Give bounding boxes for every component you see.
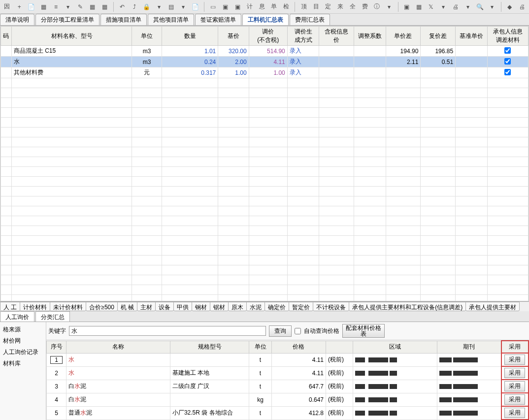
toolbar-icon[interactable]: 𝕏 xyxy=(426,1,436,12)
adopt-button[interactable]: 采用 xyxy=(504,355,525,365)
result-row[interactable]: 2水基建施工 本地t4.11(税前) 采用 xyxy=(47,366,529,380)
result-row[interactable]: 4白水泥kg0.647(税前) 采用 xyxy=(47,393,529,406)
toolbar-icon[interactable]: ▾ xyxy=(384,1,395,12)
toolbar-icon[interactable]: 🖨 xyxy=(517,1,527,12)
toolbar-icon[interactable]: + xyxy=(14,1,25,12)
keyword-input[interactable] xyxy=(69,326,266,336)
adopt-button[interactable]: 采用 xyxy=(504,394,525,405)
toolbar-icon[interactable]: 📄 xyxy=(27,1,37,12)
result-header[interactable]: 名称 xyxy=(66,341,170,353)
result-header[interactable]: 期刊 xyxy=(437,341,501,353)
column-header[interactable]: 材料名称、型号 xyxy=(11,27,132,46)
filter-tab[interactable]: 水泥 xyxy=(246,302,265,311)
filter-tab[interactable]: 原木 xyxy=(228,302,247,311)
toolbar-icon[interactable]: ▦ xyxy=(38,1,49,12)
column-header[interactable]: 调整系数 xyxy=(354,27,386,46)
tab[interactable]: 分部分项工程量清单 xyxy=(35,14,99,25)
adopt-button[interactable]: 采用 xyxy=(504,381,525,391)
toolbar-icon[interactable]: ▾ xyxy=(487,1,497,12)
toolbar-icon[interactable]: ⓘ xyxy=(372,1,382,12)
result-row[interactable]: 5普通水泥小厂32.5R 袋 各地综合t412.8(税前) 采用 xyxy=(47,406,529,420)
sub-tab[interactable]: 分类汇总 xyxy=(35,311,70,322)
filter-tab[interactable]: 甲供 xyxy=(173,302,192,311)
filter-tab[interactable]: 承包人提供主要材 xyxy=(465,302,520,311)
filter-tab[interactable]: 计价材料 xyxy=(20,302,50,311)
tree-item[interactable]: 人工询价记录 xyxy=(2,347,44,358)
toolbar-icon[interactable]: 🔍 xyxy=(475,1,485,12)
result-header[interactable]: 价格 xyxy=(271,341,326,353)
column-header[interactable]: 含税信息 价 xyxy=(319,27,354,46)
adopt-button[interactable]: 采用 xyxy=(504,368,525,378)
toolbar-icon[interactable]: 息 xyxy=(257,1,267,12)
filter-tab[interactable]: 锯材 xyxy=(210,302,229,311)
toolbar-icon[interactable]: 📄 xyxy=(190,1,200,12)
toolbar-icon[interactable]: 检 xyxy=(281,1,292,12)
toolbar-icon[interactable]: ▣ xyxy=(401,1,412,12)
filter-tab[interactable]: 设备 xyxy=(155,302,174,311)
auto-query-checkbox[interactable] xyxy=(295,328,301,334)
toolbar-icon[interactable]: 顶 xyxy=(298,1,309,12)
toolbar-icon[interactable]: 单 xyxy=(269,1,279,12)
result-row[interactable]: 3白水泥二级白度 广汉t647.7(税前) 采用 xyxy=(47,380,529,393)
toolbar-icon[interactable]: ▾ xyxy=(178,1,189,12)
filter-tab[interactable]: 人 工 xyxy=(0,302,20,311)
tab[interactable]: 清单说明 xyxy=(0,14,34,25)
toolbar-icon[interactable]: ▾ xyxy=(463,1,473,12)
tree-item[interactable]: 格来源 xyxy=(2,324,44,335)
filter-tab[interactable]: 主材 xyxy=(137,302,156,311)
toolbar-icon[interactable]: ▤ xyxy=(166,1,176,12)
column-header[interactable]: 数量 xyxy=(162,27,218,46)
tab[interactable]: 其他项目清单 xyxy=(148,14,194,25)
adopt-button[interactable]: 采用 xyxy=(504,408,525,418)
tab[interactable]: 费用汇总表 xyxy=(290,14,330,25)
toolbar-icon[interactable]: 定 xyxy=(323,1,333,12)
toolbar-icon[interactable]: 因 xyxy=(2,1,12,12)
result-header[interactable]: 单位 xyxy=(249,341,271,353)
filter-tab[interactable]: 不计税设备 xyxy=(313,302,349,311)
result-header[interactable]: 区域 xyxy=(353,341,437,353)
query-button[interactable]: 查询 xyxy=(269,325,292,337)
result-header[interactable]: 规格型号 xyxy=(170,341,249,353)
toolbar-icon[interactable]: ⤴ xyxy=(130,1,140,12)
column-header[interactable]: 承包人信息 调差材料 xyxy=(487,27,528,46)
toolbar-icon[interactable]: ▾ xyxy=(438,1,449,12)
toolbar-icon[interactable]: ≡ xyxy=(51,1,61,12)
main-data-grid[interactable]: 码材料名称、型号单位数量基价调价 (不含税)调价生 成方式含税信息 价调整系数单… xyxy=(0,26,529,301)
column-header[interactable]: 单位 xyxy=(132,27,162,46)
column-header[interactable]: 调价生 成方式 xyxy=(287,27,319,46)
sub-tab[interactable]: 人工询价 xyxy=(0,311,34,322)
filter-tab[interactable]: 钢材 xyxy=(192,302,210,311)
tab[interactable]: 工料机汇总表 xyxy=(242,14,289,25)
tab[interactable]: 签证索赔清单 xyxy=(195,14,241,25)
filter-tab[interactable]: 机 械 xyxy=(117,302,137,311)
column-header[interactable]: 基价 xyxy=(218,27,249,46)
tab[interactable]: 措施项目清单 xyxy=(100,14,147,25)
toolbar-icon[interactable]: ▾ xyxy=(154,1,164,12)
toolbar-icon[interactable]: 目 xyxy=(311,1,321,12)
toolbar-icon[interactable]: ▦ xyxy=(87,1,98,12)
filter-tab[interactable]: 未计价材料 xyxy=(50,302,86,311)
adjust-checkbox[interactable] xyxy=(487,46,528,57)
data-row[interactable]: 水m30.242.004.11录入2.110.51 xyxy=(1,57,529,67)
filter-tab[interactable]: 暂定价 xyxy=(289,302,313,311)
toolbar-icon[interactable]: 费 xyxy=(360,1,370,12)
result-grid[interactable]: 序号名称规格型号单位价格区域期刊采用1水t4.11(税前) 采用2水基建施工 本… xyxy=(46,340,529,420)
column-header[interactable]: 码 xyxy=(1,27,12,46)
result-header[interactable]: 序号 xyxy=(47,341,66,353)
result-header[interactable]: 采用 xyxy=(501,341,529,353)
data-row[interactable]: 商品混凝土 C15m31.01320.00514.90录入194.90196.8… xyxy=(1,46,529,57)
filter-tab[interactable]: 承包人提供主要材料和工程设备(信息调差) xyxy=(349,302,466,311)
column-header[interactable]: 基准单价 xyxy=(456,27,488,46)
adjust-checkbox[interactable] xyxy=(487,67,528,78)
column-header[interactable]: 复价差 xyxy=(421,27,456,46)
toolbar-icon[interactable]: ▣ xyxy=(220,1,231,12)
toolbar-icon[interactable]: ✎ xyxy=(75,1,86,12)
toolbar-icon[interactable]: 来 xyxy=(335,1,346,12)
column-header[interactable]: 单价差 xyxy=(386,27,421,46)
toolbar-icon[interactable]: ▾ xyxy=(63,1,73,12)
toolbar-icon[interactable]: 🖨 xyxy=(451,1,461,12)
material-table-button[interactable]: 配套材料价格 表 xyxy=(342,324,385,338)
toolbar-icon[interactable]: ▭ xyxy=(208,1,218,12)
toolbar-icon[interactable]: ◆ xyxy=(505,1,515,12)
toolbar-icon[interactable]: ▣ xyxy=(232,1,243,12)
